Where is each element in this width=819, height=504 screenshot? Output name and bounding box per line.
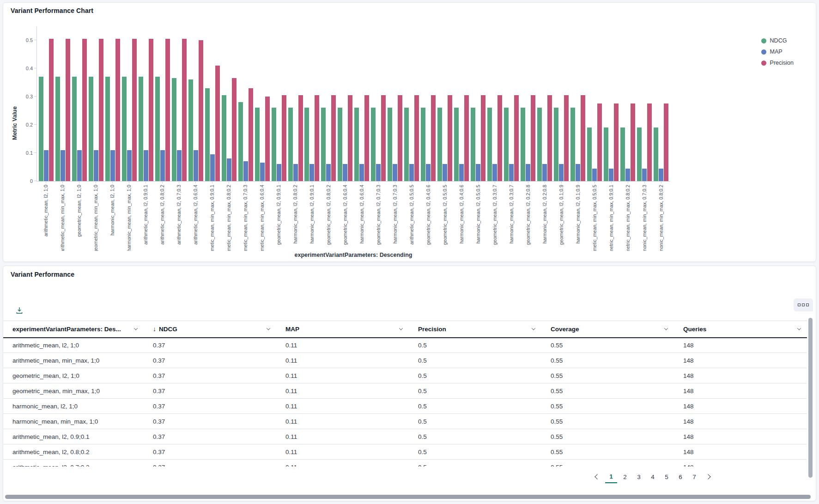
bar-ndcg	[587, 128, 592, 181]
bar-map	[44, 150, 49, 181]
bar-group	[121, 26, 138, 181]
bar-ndcg	[89, 77, 93, 181]
legend-item-precision[interactable]: Precision	[761, 60, 794, 66]
table-panel-title: Variant Performance	[11, 271, 808, 278]
bar-map	[492, 164, 497, 181]
table-row: geometric_mean, l2, 1;00.370.110.50.5514…	[3, 368, 807, 383]
bar-map	[476, 164, 480, 181]
vertical-scrollbar[interactable]	[808, 318, 813, 478]
bar-ndcg	[437, 108, 442, 181]
table-panel: Variant Performance experimentVariantPar…	[3, 266, 816, 501]
pagination-page-4[interactable]: 4	[647, 470, 659, 483]
legend-item-ndcg[interactable]: NDCG	[761, 37, 794, 44]
bar-group	[603, 26, 619, 181]
bar-group	[653, 26, 669, 181]
table-row: geometric_mean, min_max, 1;00.370.110.50…	[3, 383, 807, 399]
table-row: arithmetic_mean, l2, 0.8;0.20.370.110.50…	[3, 444, 807, 460]
y-axis-tick-mark	[34, 96, 37, 97]
bar-map	[110, 150, 115, 181]
bar-map	[127, 150, 132, 181]
plot-area: 00.10.20.30.40.5	[36, 26, 670, 182]
table-body: arithmetic_mean, l2, 1;00.370.110.50.551…	[3, 338, 807, 467]
bar-map	[309, 164, 314, 181]
x-axis-label: geometric_mean, min_max, 0.9;0.1	[609, 185, 614, 251]
x-axis-tick: harmonic_mean, min_max, 0.7;0.3	[636, 182, 653, 251]
bar-precision	[298, 95, 303, 181]
cell-params: arithmetic_mean, l2, 1;0	[3, 338, 144, 353]
variant-performance-table: experimentVariantParameters: Des...↓NDCG…	[3, 321, 807, 467]
x-axis-tick: harmonic_mean, l2, 0.9;0.1	[303, 182, 320, 251]
chevron-right-icon	[705, 474, 710, 479]
x-axis-tick: arithmetic_mean, l2, 0.9;0.1	[137, 182, 154, 251]
bar-precision	[199, 40, 203, 181]
bar-ndcg	[188, 79, 193, 181]
bar-group	[221, 26, 237, 181]
x-axis-tick: harmonic_mean, l2, 0.2;0.8	[536, 182, 553, 251]
bar-ndcg	[371, 108, 376, 181]
cell-params: harmonic_mean, l2, 1;0	[3, 399, 144, 414]
cell-map: 0.11	[276, 368, 409, 383]
column-header-experimentvariantparameters-des[interactable]: experimentVariantParameters: Des...	[3, 321, 144, 338]
column-header-coverage[interactable]: Coverage	[541, 321, 674, 338]
pagination-page-3[interactable]: 3	[633, 470, 645, 483]
x-axis-tick: geometric_mean, l2, 0.2;0.8	[520, 182, 536, 251]
x-axis-tick: harmonic_mean, l2, 0.4;0.6	[453, 182, 470, 251]
cell-coverage: 0.55	[541, 460, 674, 467]
bar-group	[188, 26, 204, 181]
bar-precision	[398, 95, 402, 181]
x-axis-tick: harmonic_mean, l2, 1;0	[104, 182, 121, 251]
bar-ndcg	[454, 108, 459, 181]
x-axis-label: harmonic_mean, l2, 0.3;0.7	[509, 185, 514, 243]
column-header-label: experimentVariantParameters: Des...	[12, 326, 121, 333]
download-button[interactable]	[13, 305, 25, 316]
horizontal-scrollbar[interactable]	[5, 495, 811, 499]
bar-ndcg	[205, 88, 210, 181]
bar-map	[177, 150, 182, 181]
bar-group	[104, 26, 121, 181]
bar-ndcg	[570, 108, 575, 181]
x-axis-labels: arithmetic_mean, l2, 1;0arithmetic_mean,…	[36, 182, 670, 251]
bar-map	[160, 150, 165, 181]
bar-map	[559, 164, 564, 181]
y-axis-tick-mark	[34, 152, 37, 153]
cell-queries: 148	[674, 353, 807, 368]
x-axis-label: geometric_mean, l2, 1;0	[77, 185, 82, 237]
pagination-next-button[interactable]	[702, 470, 714, 483]
cell-ndcg: 0.37	[144, 414, 276, 429]
bar-precision	[614, 103, 619, 181]
column-header-map[interactable]: MAP	[276, 321, 409, 338]
column-header-queries[interactable]: Queries	[674, 321, 807, 338]
x-axis-tick: arithmetic_mean, min_max, 0.7;0.3	[237, 182, 254, 251]
x-axis-tick: arithmetic_mean, min_max, 0.8;0.2	[220, 182, 237, 251]
column-options-button[interactable]	[794, 298, 813, 311]
x-axis-tick: arithmetic_mean, min_max, 0.5;0.5	[586, 182, 603, 251]
y-axis-tick-mark	[34, 181, 37, 181]
bar-map	[459, 164, 464, 181]
x-axis-tick: harmonic_mean, l2, 0.6;0.4	[353, 182, 370, 251]
bar-ndcg	[521, 108, 525, 181]
cell-queries: 148	[674, 383, 807, 399]
bar-map	[609, 169, 613, 181]
pagination-page-2[interactable]: 2	[619, 470, 631, 483]
bar-map	[592, 169, 597, 181]
y-axis-tick-label: 0.3	[26, 94, 33, 99]
pagination-page-5[interactable]: 5	[661, 470, 673, 483]
bar-precision	[664, 103, 668, 181]
pagination-page-6[interactable]: 6	[674, 470, 686, 483]
bar-ndcg	[272, 108, 276, 181]
legend-item-map[interactable]: MAP	[761, 49, 794, 55]
bar-precision	[165, 39, 170, 181]
bar-map	[542, 164, 547, 181]
x-axis-label: arithmetic_mean, min_max, 0.6;0.4	[260, 185, 265, 251]
column-header-precision[interactable]: Precision	[409, 321, 541, 338]
x-axis-tick: arithmetic_mean, min_max, 0.9;0.1	[204, 182, 220, 251]
x-axis-label: geometric_mean, min_max, 1;0	[93, 185, 98, 251]
pagination-page-1[interactable]: 1	[605, 470, 617, 483]
bar-ndcg	[222, 95, 226, 181]
pagination-previous-button[interactable]	[591, 470, 603, 483]
bar-group	[353, 26, 370, 181]
bar-ndcg	[620, 128, 625, 181]
column-header-ndcg[interactable]: ↓NDCG	[144, 321, 276, 338]
chart-panel: Variant Performance Chart Metric Value 0…	[3, 2, 816, 262]
pagination-page-7[interactable]: 7	[688, 470, 700, 483]
